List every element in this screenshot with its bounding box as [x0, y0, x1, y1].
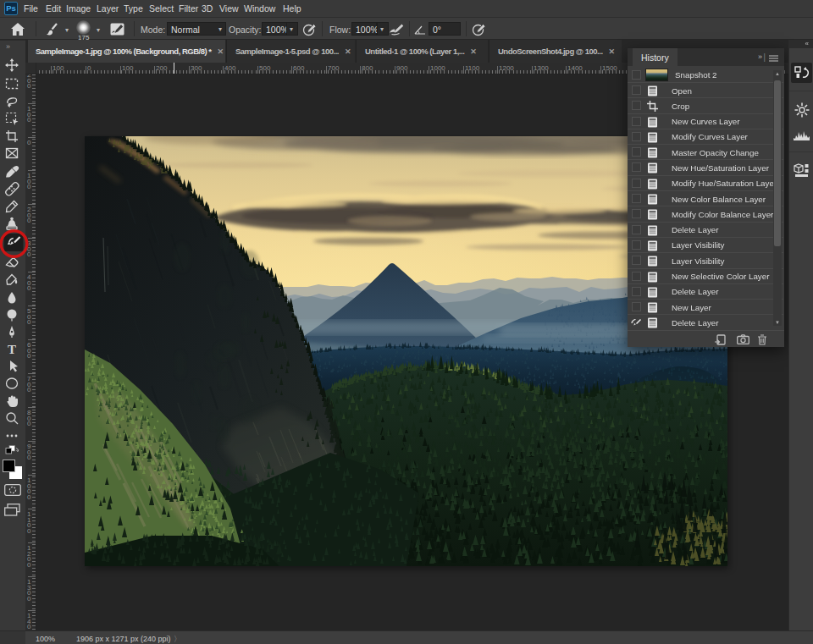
svg-text:T: T [8, 343, 16, 356]
